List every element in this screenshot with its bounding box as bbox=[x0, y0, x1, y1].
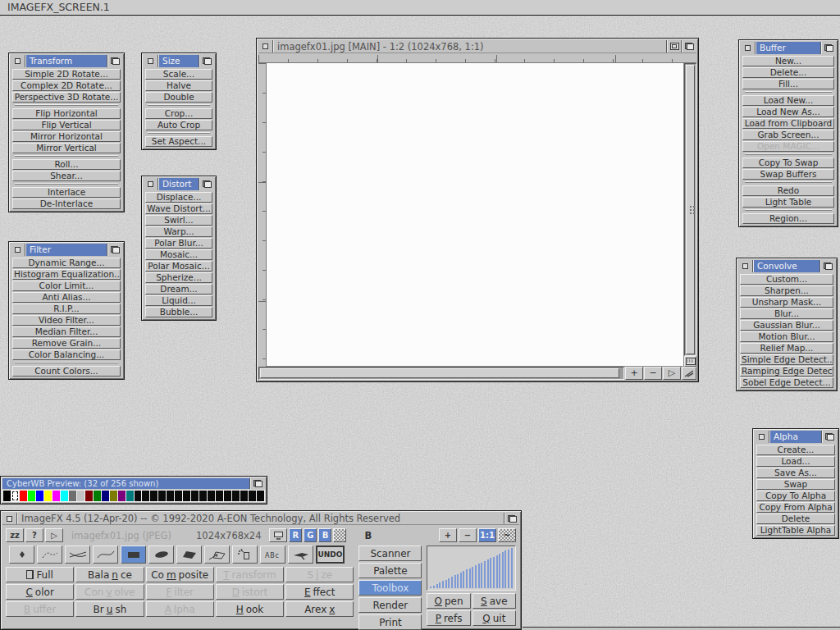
shear-button[interactable]: Shear... bbox=[12, 171, 121, 181]
close-gadget[interactable] bbox=[144, 178, 158, 190]
custom-button[interactable]: Custom... bbox=[740, 274, 833, 285]
color-swatch[interactable] bbox=[94, 491, 101, 501]
color-swatch[interactable] bbox=[61, 491, 68, 501]
prefs-button[interactable]: Prefs bbox=[427, 610, 470, 626]
color-swatch[interactable] bbox=[175, 491, 182, 501]
color-limit-button[interactable]: Color Limit... bbox=[12, 281, 121, 291]
close-gadget[interactable] bbox=[755, 431, 769, 443]
polar-blur-button[interactable]: Polar Blur... bbox=[145, 238, 212, 249]
depth-gadget[interactable] bbox=[504, 513, 519, 524]
grab-screen-button[interactable]: Grab Screen... bbox=[742, 130, 834, 140]
distort-titlebar[interactable]: Distort bbox=[144, 178, 214, 190]
vertical-scrollbar[interactable] bbox=[684, 63, 696, 356]
fill-polygon-tool[interactable] bbox=[204, 546, 230, 564]
green-channel-button[interactable]: G bbox=[304, 528, 317, 542]
color-swatch[interactable] bbox=[240, 491, 248, 501]
crop-button[interactable]: Crop... bbox=[145, 108, 212, 119]
liquid-button[interactable]: Liquid... bbox=[145, 295, 212, 306]
bubble-button[interactable]: Bubble... bbox=[145, 307, 212, 317]
save-as-button[interactable]: Save As... bbox=[756, 468, 835, 478]
color-swatch[interactable] bbox=[44, 491, 52, 501]
toolbox-titlebar[interactable]: ImageFX 4.5 (12-Apr-20) -- © 1992-2020 A… bbox=[2, 513, 519, 525]
freehand-tool[interactable] bbox=[37, 546, 62, 564]
double-button[interactable]: Double bbox=[145, 92, 212, 103]
color-swatch[interactable] bbox=[232, 491, 240, 501]
color-swatch[interactable] bbox=[77, 491, 84, 501]
color-swatch[interactable] bbox=[28, 491, 35, 501]
save-button[interactable]: Save bbox=[472, 593, 516, 609]
color-swatch[interactable] bbox=[20, 491, 27, 501]
play-button[interactable]: ▷ bbox=[663, 367, 681, 380]
load-new-button[interactable]: Load New... bbox=[742, 95, 834, 106]
color-swatch[interactable] bbox=[142, 491, 149, 501]
zoom-in-button[interactable]: + bbox=[439, 528, 457, 542]
alpha-titlebar[interactable]: Alpha bbox=[755, 431, 837, 443]
toolbox-button[interactable]: Toolbox bbox=[358, 580, 422, 596]
polygon-tool[interactable] bbox=[176, 546, 202, 564]
swap-button[interactable]: Swap bbox=[756, 479, 835, 490]
load-from-clipboard-button[interactable]: Load from Clipboard bbox=[742, 118, 834, 129]
zoom-gadget[interactable] bbox=[667, 40, 682, 52]
depth-gadget[interactable] bbox=[820, 260, 835, 272]
color-swatch[interactable] bbox=[167, 491, 174, 501]
load-button[interactable]: Load... bbox=[756, 456, 835, 467]
delete-button[interactable]: Delete... bbox=[742, 67, 834, 78]
spherize-button[interactable]: Spherize... bbox=[145, 272, 212, 283]
swap-buffers-button[interactable]: Swap Buffers bbox=[742, 169, 834, 180]
color-swatch[interactable] bbox=[118, 491, 126, 501]
image-canvas[interactable] bbox=[267, 63, 684, 367]
color-balancing-button[interactable]: Color Balancing... bbox=[12, 349, 121, 360]
dither-button[interactable]: ~ bbox=[498, 528, 516, 542]
airbrush-tool[interactable] bbox=[288, 546, 313, 564]
scanner-button[interactable]: Scanner bbox=[358, 546, 422, 561]
perspective-3d-rotate-button[interactable]: Perspective 3D Rotate... bbox=[12, 92, 121, 103]
new-button[interactable]: New... bbox=[742, 56, 834, 66]
color-swatch[interactable] bbox=[110, 491, 117, 501]
de-interlace-button[interactable]: De-Interlace bbox=[12, 199, 121, 209]
r-i-p-button[interactable]: R.I.P... bbox=[12, 304, 121, 314]
color-swatch[interactable] bbox=[11, 491, 19, 501]
count-colors-button[interactable]: Count Colors... bbox=[12, 366, 121, 377]
print-button[interactable]: Print bbox=[358, 614, 422, 630]
close-gadget[interactable] bbox=[11, 55, 25, 67]
color-swatch[interactable] bbox=[126, 491, 134, 501]
blue-channel-button[interactable]: B bbox=[318, 528, 331, 542]
alpha-channel-button[interactable] bbox=[333, 528, 346, 542]
macro-play-button[interactable]: ▷ bbox=[45, 528, 63, 542]
close-gadget[interactable] bbox=[738, 260, 753, 272]
buffer-titlebar[interactable]: Buffer bbox=[741, 42, 836, 54]
open-button[interactable]: Open bbox=[427, 593, 470, 609]
dynamic-range-button[interactable]: Dynamic Range... bbox=[12, 258, 121, 268]
sleep-button[interactable]: zz bbox=[6, 528, 24, 542]
composite-button[interactable]: Composite bbox=[146, 567, 214, 582]
filter-titlebar[interactable]: Filter bbox=[11, 244, 122, 256]
simple-edge-detect-button[interactable]: Simple Edge Detect... bbox=[740, 354, 833, 365]
dream-button[interactable]: Dream... bbox=[145, 284, 212, 294]
color-swatch[interactable] bbox=[69, 491, 76, 501]
help-button[interactable]: ? bbox=[25, 528, 43, 542]
horizontal-scrollbar[interactable] bbox=[258, 367, 624, 380]
point-tool[interactable] bbox=[9, 546, 34, 564]
lighttable-alpha-button[interactable]: LightTable Alpha bbox=[756, 525, 835, 536]
zoom-out-button[interactable]: − bbox=[459, 528, 477, 542]
monitor-button[interactable] bbox=[269, 528, 287, 542]
swirl-button[interactable]: Swirl... bbox=[145, 215, 212, 226]
quit-button[interactable]: Quit bbox=[472, 610, 516, 626]
copy-to-alpha-button[interactable]: Copy To Alpha bbox=[756, 491, 835, 501]
blur-button[interactable]: Blur... bbox=[740, 308, 833, 319]
video-filter-button[interactable]: Video Filter... bbox=[12, 315, 121, 326]
effect-button[interactable]: Effect bbox=[285, 584, 354, 600]
depth-gadget[interactable] bbox=[250, 478, 265, 489]
close-gadget[interactable] bbox=[144, 55, 158, 67]
sharpen-button[interactable]: Sharpen... bbox=[740, 285, 833, 296]
mirror-vertical-button[interactable]: Mirror Vertical bbox=[12, 143, 121, 153]
color-swatch[interactable] bbox=[249, 491, 256, 501]
depth-gadget[interactable] bbox=[682, 40, 696, 52]
undo-button[interactable]: UNDO bbox=[316, 546, 345, 564]
copy-from-alpha-button[interactable]: Copy From Alpha bbox=[756, 502, 835, 513]
anti-alias-button[interactable]: Anti Alias... bbox=[12, 292, 121, 303]
mirror-horizontal-button[interactable]: Mirror Horizontal bbox=[12, 131, 121, 142]
simple-2d-rotate-button[interactable]: Simple 2D Rotate... bbox=[12, 69, 121, 80]
color-swatch[interactable] bbox=[158, 491, 166, 501]
color-button[interactable]: Color bbox=[6, 584, 74, 600]
